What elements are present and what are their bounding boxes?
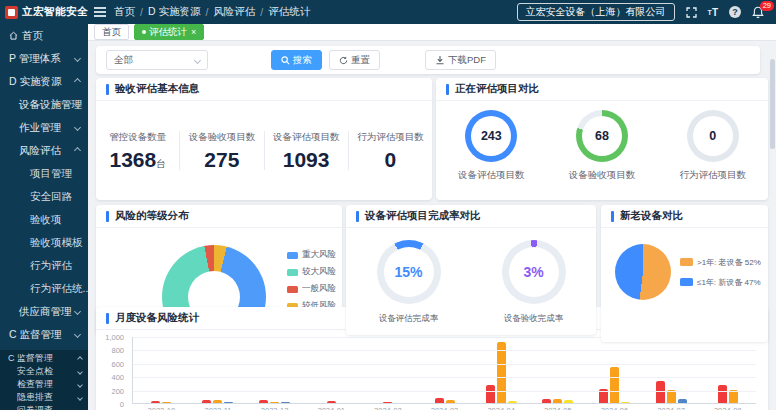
sidebar-item[interactable]: D 实施资源 bbox=[0, 70, 88, 93]
legend-label: 一般风险 bbox=[302, 283, 336, 295]
sidebar-item-label: 验收项 bbox=[30, 213, 62, 227]
legend-item[interactable]: 重大风险 bbox=[287, 249, 336, 261]
reset-button-label: 重置 bbox=[351, 54, 370, 67]
legend-item[interactable]: ≤1年: 新设备 47% bbox=[680, 277, 761, 288]
breadcrumb-separator: / bbox=[260, 6, 263, 18]
bar-group: 2024-07 bbox=[643, 337, 700, 403]
scrollbar-thumb[interactable] bbox=[770, 59, 775, 149]
chevron-down-icon bbox=[74, 308, 81, 315]
bar-red bbox=[151, 401, 160, 403]
sidebar-item[interactable]: 作业管理 bbox=[0, 116, 88, 139]
grid-line bbox=[133, 377, 756, 378]
sidebar-item[interactable]: 行为评估统... bbox=[0, 277, 88, 300]
notification-bell-icon[interactable]: 29 bbox=[752, 6, 764, 19]
scrollbar[interactable] bbox=[770, 45, 775, 406]
bar-orange bbox=[553, 399, 562, 403]
grid-line bbox=[133, 391, 756, 392]
gauges-row: 15%设备评估完成率3%设备验收完成率 bbox=[346, 228, 596, 325]
legend-item[interactable]: >1年: 老设备 52% bbox=[680, 257, 761, 268]
gauge-item: 3%设备验收完成率 bbox=[502, 240, 566, 325]
sidebar-item-label: 行为评估统... bbox=[30, 282, 88, 296]
sidebar: 首页P 管理体系D 实施资源设备设施管理作业管理风险评估项目管理安全回路验收项验… bbox=[0, 24, 88, 410]
panel-completion-title: 设备评估项目完成率对比 bbox=[365, 209, 481, 223]
panel-device-age-header: 新老设备对比 bbox=[601, 205, 768, 228]
x-axis-label: 2024-01 bbox=[303, 406, 360, 410]
sidebar-submenu-item[interactable]: C 监督管理 bbox=[0, 352, 88, 365]
y-axis: 1,0008006004002000 bbox=[96, 337, 128, 404]
x-axis-label: 2024-05 bbox=[529, 406, 586, 410]
sidebar-item[interactable]: 验收项 bbox=[0, 208, 88, 231]
sidebar-submenu-item[interactable]: 问卷调查 bbox=[0, 404, 88, 410]
panel-risk-levels-title: 风险的等级分布 bbox=[115, 209, 189, 223]
legend-item[interactable]: 一般风险 bbox=[287, 283, 336, 295]
sidebar-item[interactable]: 首页 bbox=[0, 24, 88, 47]
ring-value: 68 bbox=[582, 116, 622, 156]
stat-item: 设备验收项目数275 bbox=[180, 131, 264, 170]
sidebar-submenu-item[interactable]: 隐患排查 bbox=[0, 391, 88, 404]
legend-swatch bbox=[680, 258, 693, 266]
filter-select[interactable]: 全部 bbox=[106, 50, 208, 70]
tab-close-icon[interactable]: × bbox=[191, 28, 196, 37]
download-pdf-button[interactable]: 下载PDF bbox=[425, 50, 496, 70]
bar-red bbox=[486, 385, 495, 403]
sidebar-item-label: C 监督管理 bbox=[9, 328, 62, 342]
sidebar-submenu-item[interactable]: 安全点检 bbox=[0, 365, 88, 378]
font-size-icon[interactable]: TT bbox=[708, 7, 718, 18]
legend-item[interactable]: 较大风险 bbox=[287, 266, 336, 278]
sidebar-item[interactable]: 项目管理 bbox=[0, 162, 88, 185]
x-axis-label: 2023-11 bbox=[190, 406, 247, 410]
stat-label: 行为评估项目数 bbox=[349, 131, 432, 144]
title-accent-bar bbox=[446, 84, 449, 95]
sidebar-item[interactable]: 验收项模板 bbox=[0, 231, 88, 254]
menu-toggle-icon[interactable] bbox=[94, 7, 106, 17]
topbar: 立宏智能安全 首页/D 实施资源/风险评估/评估统计 立宏安全设备（上海）有限公… bbox=[0, 0, 776, 24]
panel-basic-info: 验收评估基本信息 管控设备数量1368台设备验收项目数275设备评估项目数109… bbox=[96, 78, 432, 200]
sidebar-item[interactable]: 行为评估 bbox=[0, 254, 88, 277]
content: 全部 搜索 重置 下载PDF 验收评 bbox=[88, 41, 776, 410]
bar-orange bbox=[729, 390, 738, 403]
sidebar-submenu-item[interactable]: 检查管理 bbox=[0, 378, 88, 391]
sidebar-item-label: P 管理体系 bbox=[9, 52, 61, 66]
filter-bar: 全部 搜索 重置 下载PDF bbox=[96, 46, 760, 74]
search-button-label: 搜索 bbox=[293, 54, 312, 67]
help-icon[interactable]: ? bbox=[729, 6, 741, 18]
y-tick-label: 1,000 bbox=[105, 333, 124, 342]
sidebar-item-label: 隐患排查 bbox=[17, 391, 53, 404]
device-age-legend: >1年: 老设备 52%≤1年: 新设备 47% bbox=[680, 257, 761, 288]
fullscreen-icon[interactable] bbox=[686, 7, 697, 18]
sidebar-item-label: C 监督管理 bbox=[8, 352, 53, 365]
ring-label: 设备验收项目数 bbox=[569, 169, 636, 182]
company-button[interactable]: 立宏安全设备（上海）有限公司 bbox=[517, 3, 675, 21]
breadcrumb-item[interactable]: 首页 bbox=[114, 5, 135, 19]
tab-item[interactable]: 首页 bbox=[94, 24, 129, 40]
chevron-up-icon bbox=[74, 78, 81, 85]
tab-bar: 首页评估统计× bbox=[88, 24, 776, 41]
search-button[interactable]: 搜索 bbox=[271, 50, 322, 70]
sidebar-item[interactable]: 风险评估 bbox=[0, 139, 88, 162]
progress-rings-row: 243设备评估项目数68设备验收项目数0行为评估项目数 bbox=[436, 101, 768, 182]
breadcrumb-item[interactable]: 评估统计 bbox=[268, 5, 310, 19]
chevron-down-icon bbox=[74, 124, 81, 131]
breadcrumb-item[interactable]: 风险评估 bbox=[213, 5, 255, 19]
bar-yellow bbox=[564, 400, 573, 403]
sidebar-item[interactable]: P 管理体系 bbox=[0, 47, 88, 70]
sidebar-item[interactable]: 设备设施管理 bbox=[0, 93, 88, 116]
sidebar-item[interactable]: C 监督管理 bbox=[0, 323, 88, 346]
sidebar-menu: 首页P 管理体系D 实施资源设备设施管理作业管理风险评估项目管理安全回路验收项验… bbox=[0, 24, 88, 346]
reset-button[interactable]: 重置 bbox=[329, 50, 380, 70]
x-axis-label: 2023-12 bbox=[246, 406, 303, 410]
sidebar-item-label: 行为评估 bbox=[30, 259, 72, 273]
chevron-down-icon bbox=[74, 55, 81, 62]
bar-orange bbox=[270, 402, 279, 403]
risk-legend: 重大风险较大风险一般风险较低风险 bbox=[287, 249, 336, 312]
stat-label: 管控设备数量 bbox=[96, 131, 179, 144]
bar-red bbox=[202, 400, 211, 403]
breadcrumb-item[interactable]: D 实施资源 bbox=[148, 5, 201, 19]
grid-line bbox=[133, 350, 756, 351]
sidebar-item-label: 作业管理 bbox=[19, 121, 61, 135]
chevron-down-icon bbox=[77, 382, 83, 388]
sidebar-item[interactable]: 供应商管理 bbox=[0, 300, 88, 323]
sidebar-item[interactable]: 安全回路 bbox=[0, 185, 88, 208]
legend-swatch bbox=[287, 252, 298, 259]
tab-active[interactable]: 评估统计× bbox=[134, 24, 204, 40]
